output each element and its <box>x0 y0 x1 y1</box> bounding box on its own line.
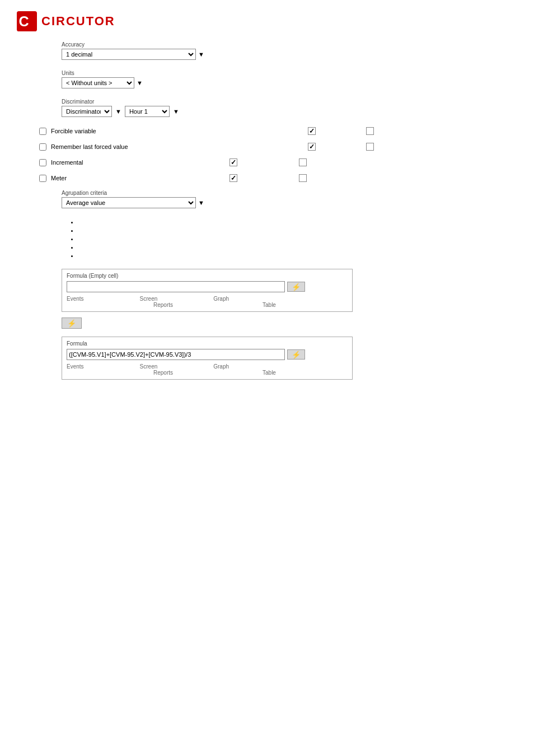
bullet-list-section <box>62 218 517 259</box>
formula-main-reports: Reports <box>153 370 173 376</box>
formula-main-events: Events <box>67 363 84 370</box>
forcible-check1[interactable]: ✓ <box>308 127 316 135</box>
forcible-check2[interactable] <box>366 127 374 135</box>
formula-main-table: Table <box>263 370 276 376</box>
circutor-logo-icon: C <box>17 11 37 31</box>
remember-last-row: Remember last forced value ✓ <box>39 143 517 151</box>
remember-last-label: Remember last forced value <box>51 143 128 150</box>
incremental-checkbox[interactable] <box>39 159 46 166</box>
meter-label: Meter <box>51 175 67 181</box>
remember-check2[interactable] <box>366 143 374 151</box>
formula-empty-reports: Reports <box>153 302 173 308</box>
units-section: Units < Without units > kW kWh A V ▼ <box>62 70 517 88</box>
agrupation-section: Agrupation criteria Average value Sum Ma… <box>62 190 517 208</box>
incremental-row: Incremental ✓ <box>39 158 517 166</box>
logo-area: C CIRCUTOR <box>17 11 517 31</box>
formula-empty-cols2: Reports Table <box>153 302 348 308</box>
agrupation-select[interactable]: Average value Sum Maximum Minimum <box>62 197 196 208</box>
bullet-item-1 <box>78 218 517 225</box>
formula-empty-table: Table <box>263 302 276 308</box>
discriminator-section: Discriminator Discriminator None ▼ Hour … <box>62 99 517 117</box>
meter-checkbox[interactable] <box>39 175 46 182</box>
formula-main-title: Formula <box>67 340 348 347</box>
discriminator-hour-select[interactable]: Hour 1 Hour 2 Hour 3 <box>125 106 170 117</box>
formula-main-graph: Graph <box>213 363 229 370</box>
formula-main-cols: Events Screen Graph <box>67 363 348 370</box>
accuracy-label: Accuracy <box>62 41 517 48</box>
formula-main-cols2: Reports Table <box>153 370 348 376</box>
discriminator-type-select[interactable]: Discriminator None <box>62 106 112 117</box>
accuracy-select[interactable]: 1 decimal 2 decimal 3 decimal No decimal <box>62 49 196 60</box>
accuracy-dropdown-icon: ▼ <box>198 51 204 58</box>
formula-main-wand-icon: ⚡ <box>292 351 301 359</box>
remember-last-checkbox[interactable] <box>39 143 46 151</box>
formula-main-screen: Screen <box>140 363 158 370</box>
bullet-item-5 <box>78 252 517 259</box>
formula-empty-wand-button[interactable]: ⚡ <box>287 282 305 292</box>
formula-empty-screen: Screen <box>140 296 158 302</box>
incremental-label: Incremental <box>51 159 83 166</box>
meter-row: Meter ✓ <box>39 174 517 182</box>
standalone-wand-icon: ⚡ <box>67 319 76 328</box>
formula-empty-wand-icon: ⚡ <box>292 283 301 291</box>
agrupation-label: Agrupation criteria <box>62 190 517 196</box>
bullet-item-3 <box>78 235 517 242</box>
logo-text: CIRCUTOR <box>41 14 115 29</box>
discriminator-type-dropdown-icon: ▼ <box>115 108 121 115</box>
formula-main-wand-button[interactable]: ⚡ <box>287 349 305 360</box>
bullet-item-2 <box>78 227 517 234</box>
remember-check1[interactable]: ✓ <box>308 143 316 151</box>
forcible-variable-label: Forcible variable <box>51 128 96 134</box>
formula-main-box: Formula ⚡ Events Screen Graph Reports Ta… <box>62 337 353 380</box>
bullet-item-4 <box>78 244 517 250</box>
svg-text:C: C <box>19 13 29 29</box>
units-select[interactable]: < Without units > kW kWh A V <box>62 77 134 88</box>
forcible-variable-row: Forcible variable ✓ <box>39 127 517 135</box>
formula-empty-events: Events <box>67 296 84 302</box>
meter-check2[interactable] <box>299 174 307 182</box>
discriminator-hour-dropdown-icon: ▼ <box>173 108 179 115</box>
formula-empty-graph: Graph <box>213 296 229 302</box>
formula-empty-input[interactable] <box>67 281 285 292</box>
bullet-list <box>78 218 517 259</box>
units-dropdown-icon: ▼ <box>137 80 143 86</box>
incremental-check1[interactable]: ✓ <box>229 158 237 166</box>
formula-main-input[interactable] <box>67 349 285 360</box>
formula-empty-box: Formula (Empty cell) ⚡ Events Screen Gra… <box>62 269 353 312</box>
units-label: Units <box>62 70 517 76</box>
formula-empty-cols: Events Screen Graph <box>67 296 348 302</box>
agrupation-dropdown-icon: ▼ <box>198 199 204 206</box>
meter-check1[interactable]: ✓ <box>229 174 237 182</box>
incremental-check2[interactable] <box>299 158 307 166</box>
discriminator-label: Discriminator <box>62 99 517 105</box>
forcible-variable-checkbox[interactable] <box>39 128 46 135</box>
accuracy-section: Accuracy 1 decimal 2 decimal 3 decimal N… <box>62 41 517 60</box>
standalone-wand-button[interactable]: ⚡ <box>62 318 82 329</box>
formula-empty-title: Formula (Empty cell) <box>67 273 348 279</box>
